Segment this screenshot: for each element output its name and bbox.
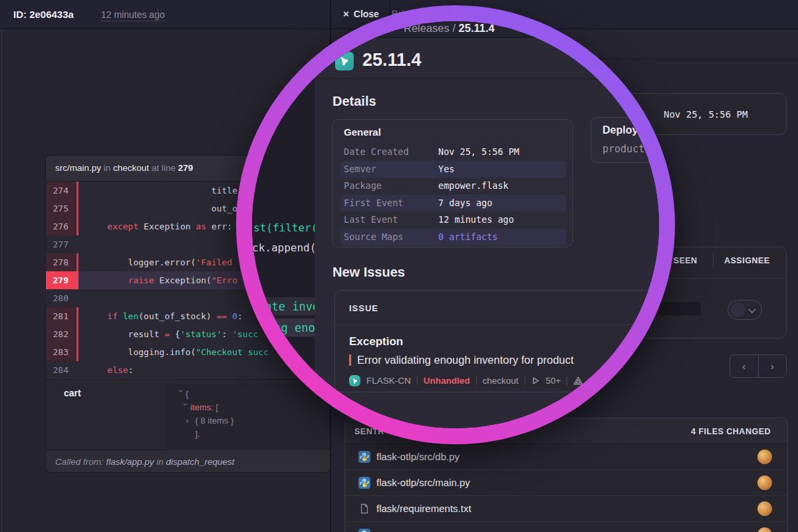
source-maps-link[interactable]: 0 artifacts — [438, 229, 497, 246]
divider — [158, 8, 158, 21]
file-row[interactable] — [345, 522, 787, 532]
app-root: ID: 2e06433a 12 minutes ago ×Close Relea… — [0, 0, 798, 532]
magnified-release-page: Releases / 25.11.4 25.11.4 Details Gener… — [315, 21, 659, 428]
new-issues-heading: New Issues — [332, 265, 405, 280]
file-row[interactable]: flask-otlp/src/db.py — [345, 444, 787, 470]
issue-column-header: ISSUE — [349, 303, 378, 313]
event-time-ago[interactable]: 12 minutes ago — [101, 9, 165, 21]
variable-name: cart — [64, 388, 81, 398]
details-heading: Details — [332, 94, 376, 109]
divider — [525, 376, 525, 385]
file-row[interactable]: flask-otlp/src/main.py — [345, 470, 787, 496]
event-id: ID: 2e06433a — [13, 9, 74, 20]
column-assignee: ASSIGNEE — [724, 256, 770, 265]
avatar — [757, 527, 772, 532]
avatar — [757, 475, 772, 490]
divider — [335, 325, 659, 325]
tree-key: items — [190, 402, 211, 412]
caller-function: dispatch_request — [166, 457, 235, 467]
date-created-value: Nov 25, 5:56 PM — [664, 109, 747, 120]
variable-row: cart ›{ ›items: [ ›{ 8 items } ]. — [46, 379, 330, 450]
divider — [713, 253, 714, 268]
general-row: SemverYes — [340, 161, 566, 178]
python-file-icon — [358, 529, 370, 532]
frame-file: src/main.py — [55, 163, 101, 173]
variable-value-tree: ›{ ›items: [ ›{ 8 items } ]. — [167, 384, 331, 450]
avatar — [757, 501, 772, 516]
alert-triangle-icon — [573, 376, 583, 386]
divider — [417, 376, 418, 385]
breadcrumb[interactable]: Releases / 25.11.4 — [404, 22, 495, 35]
close-icon: × — [343, 8, 349, 19]
chevron-down-icon — [748, 305, 755, 313]
general-row: First Event7 days ago — [340, 195, 566, 212]
general-panel: General Date CreatedNov 25, 5:56 PM Semv… — [332, 119, 573, 247]
document-file-icon — [358, 503, 370, 515]
divider — [1, 29, 2, 532]
avatar — [731, 303, 745, 317]
caret-down-icon[interactable]: › — [174, 390, 188, 399]
general-row: Date CreatedNov 25, 5:56 PM — [340, 144, 566, 161]
next-page-button[interactable]: › — [758, 355, 787, 377]
avatar — [757, 450, 772, 464]
frame-function: checkout — [113, 163, 149, 173]
transaction-tag[interactable]: checkout — [483, 376, 519, 386]
prev-page-button[interactable]: ‹ — [730, 355, 758, 377]
general-row: Source Maps0 artifacts — [340, 229, 566, 246]
release-title: 25.11.4 — [362, 50, 422, 70]
flask-project-icon — [335, 52, 354, 70]
general-row: Packageempower.flask — [340, 178, 566, 195]
file-name: flask-otlp/src/main.py — [376, 477, 470, 488]
issue-culprit: Error validating enough inventory for pr… — [349, 354, 574, 366]
replay-count: 50+ — [546, 376, 561, 386]
project-slug[interactable]: FLASK-CN — [366, 376, 411, 386]
culprit-accent-bar — [349, 354, 351, 366]
general-row: Last Event12 minutes ago — [340, 211, 566, 229]
divider — [476, 376, 477, 385]
caller-file: flask/app.py — [106, 457, 154, 467]
python-file-icon — [358, 451, 370, 463]
new-issues-panel: ISSUE Exception Error validating enough … — [334, 290, 659, 392]
assignee-dropdown[interactable] — [728, 300, 762, 320]
issue-tags: FLASK-CN Unhandled checkout 50+ — [349, 375, 583, 386]
file-name: flask/requirements.txt — [376, 503, 471, 514]
issue-title[interactable]: Exception — [349, 335, 403, 348]
caret-down-icon[interactable]: › — [179, 403, 192, 412]
deploys-heading: Deploys — [602, 124, 644, 136]
magnifier-ring: st(filter(l ck.append(t date inve ing en… — [236, 5, 675, 444]
files-changed-count: 4 FILES CHANGED — [691, 427, 771, 436]
magnifier-lens: st(filter(l ck.append(t date inve ing en… — [252, 21, 659, 428]
python-file-icon — [358, 477, 370, 489]
flask-project-icon — [349, 375, 360, 386]
unhandled-badge: Unhandled — [424, 376, 470, 386]
frame-line-number: 279 — [178, 163, 194, 173]
play-icon — [531, 376, 540, 385]
events-graph-placeholder — [659, 302, 701, 315]
event-topbar: ID: 2e06433a 12 minutes ago — [0, 0, 330, 29]
deploys-panel: Deploys production — [591, 117, 659, 163]
deploy-environment[interactable]: production — [602, 143, 659, 155]
pagination: ‹ › — [730, 354, 787, 378]
close-button[interactable]: ×Close — [343, 8, 379, 19]
file-name: flask-otlp/src/db.py — [376, 451, 460, 462]
divider — [567, 376, 567, 385]
caret-right-icon[interactable]: › — [186, 414, 195, 428]
general-heading: General — [344, 126, 381, 138]
called-from-footer: Called from: flask/app.py in dispatch_re… — [46, 450, 330, 473]
file-row[interactable]: flask/requirements.txt — [345, 496, 787, 522]
